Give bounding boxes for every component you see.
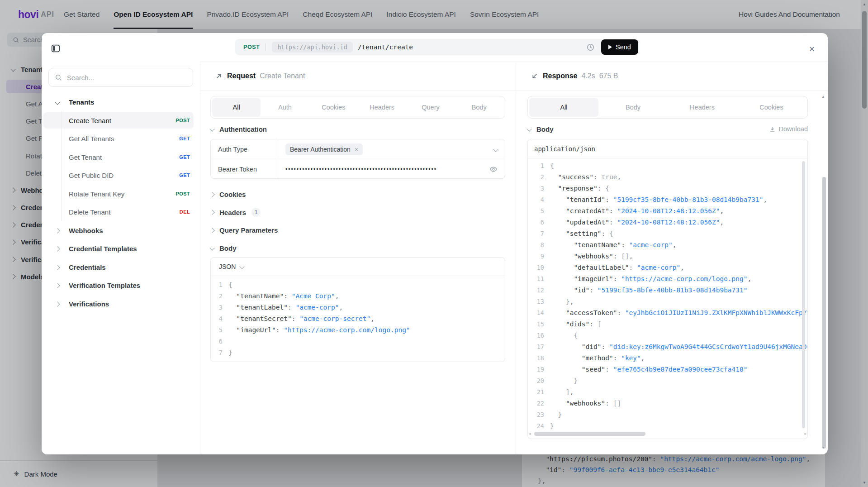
code-tokens: "defaultLabel": "acme-corp",	[550, 262, 684, 273]
base-url-chip[interactable]: https://api.hovi.id	[272, 42, 352, 53]
history-button[interactable]	[586, 43, 595, 52]
endpoint-search-input[interactable]	[66, 73, 176, 82]
code-tokens: "tenantName": "Acme Corp",	[228, 291, 339, 302]
endpoint-webhooks[interactable]: Webhooks	[42, 221, 200, 240]
request-body-code[interactable]: 1{2 "tenantName": "Acme Corp",3 "tenantL…	[211, 276, 505, 358]
request-title: Request	[227, 72, 256, 80]
endpoint-tenants[interactable]: Tenants	[42, 93, 200, 111]
code-tokens: }	[550, 409, 562, 420]
response-tab-cookies[interactable]: Cookies	[737, 98, 806, 117]
endpoint-group-label: Verifications	[69, 300, 109, 307]
sidebar-divider	[200, 62, 200, 454]
section-cookies[interactable]: Cookies	[210, 186, 505, 204]
chevron-down-icon[interactable]	[493, 147, 498, 152]
chevron-right-icon	[209, 228, 214, 233]
response-body-section: Body Download	[527, 122, 808, 136]
request-tab-all[interactable]: All	[212, 98, 261, 117]
response-tabs: AllBodyHeadersCookies	[527, 96, 808, 119]
play-icon	[608, 45, 612, 49]
endpoint-get-all-tenants[interactable]: Get All TenantsGET	[42, 129, 200, 148]
request-tab-auth[interactable]: Auth	[261, 98, 309, 117]
line-number: 3	[214, 302, 223, 313]
endpoint-verification-templates[interactable]: Verification Templates	[42, 276, 200, 295]
response-tab-body[interactable]: Body	[598, 98, 668, 117]
url-divider	[266, 43, 266, 51]
bearer-token-label: Bearer Token	[211, 159, 278, 179]
code-tokens: "webhooks": []	[550, 398, 621, 409]
request-tab-body[interactable]: Body	[455, 98, 503, 117]
endpoint-credential-templates[interactable]: Credential Templates	[42, 239, 200, 258]
response-body-label: Body	[536, 125, 554, 133]
request-tab-query[interactable]: Query	[406, 98, 455, 117]
authentication-section-header[interactable]: Authentication	[210, 122, 505, 136]
endpoint-label: Delete Tenant	[69, 208, 110, 216]
line-number: 13	[532, 296, 544, 307]
line-number: 2	[214, 291, 223, 302]
app-root: hovi API Get StartedOpen ID Ecosystem AP…	[0, 0, 868, 487]
endpoint-label: Get Tenant	[69, 153, 102, 161]
line-number: 6	[532, 217, 544, 228]
remove-chip-icon[interactable]: ×	[355, 146, 358, 153]
content-type-bar: application/json	[528, 139, 807, 158]
code-line: 2 "tenantName": "Acme Corp",	[214, 291, 505, 302]
endpoint-verifications[interactable]: Verifications	[42, 295, 200, 313]
chevron-right-icon	[55, 265, 60, 270]
code-tokens: "createdAt": "2024-10-08T12:48:12.056Z",	[550, 205, 724, 217]
h-scrollbar-thumb[interactable]	[534, 432, 645, 436]
endpoint-get-public-did[interactable]: Get Public DIDGET	[42, 166, 200, 185]
send-button[interactable]: Send	[601, 39, 638, 55]
response-tab-all[interactable]: All	[529, 98, 598, 117]
section-body[interactable]: Body	[210, 239, 505, 258]
response-body-header[interactable]: Body	[527, 122, 808, 136]
toggle-token-visibility-button[interactable]	[489, 165, 498, 173]
response-tab-headers[interactable]: Headers	[668, 98, 737, 117]
scroll-down-icon[interactable]: ▼	[821, 446, 825, 450]
close-modal-button[interactable]: ✕	[807, 44, 817, 54]
sidebar-toggle-button[interactable]	[51, 43, 61, 53]
endpoint-delete-tenant[interactable]: Delete TenantDEL	[42, 203, 200, 221]
line-number: 4	[214, 313, 223, 325]
code-horizontal-scrollbar[interactable]: ◂ ▸	[529, 432, 806, 436]
bearer-token-value[interactable]: ••••••••••••••••••••••••••••••••••••••••…	[285, 166, 437, 172]
endpoint-rotate-tenant-key[interactable]: Rotate Tenant KeyPOST	[42, 185, 200, 203]
url-path-input[interactable]: /tenant/create	[358, 43, 413, 51]
code-tokens: "method": "key",	[550, 353, 645, 364]
endpoint-search[interactable]	[48, 68, 193, 87]
scroll-right-icon[interactable]: ▸	[804, 431, 806, 436]
body-language-select[interactable]: JSON	[211, 258, 505, 276]
section-headers[interactable]: Headers1	[210, 204, 505, 222]
endpoint-create-tenant[interactable]: Create TenantPOST	[42, 111, 200, 130]
request-tab-cookies[interactable]: Cookies	[309, 98, 358, 117]
code-line: 24}	[532, 420, 807, 432]
auth-type-chip[interactable]: Bearer Authentication ×	[285, 143, 363, 155]
endpoint-get-tenant[interactable]: Get TenantGET	[42, 148, 200, 167]
code-tokens: },	[550, 296, 574, 307]
modal-scrollbar[interactable]: ▲ ▼	[822, 95, 826, 450]
method-badge: GET	[179, 172, 190, 178]
response-body-code[interactable]: 1{2 "success": true,3 "response": {4 "te…	[528, 158, 807, 432]
request-tab-headers[interactable]: Headers	[358, 98, 406, 117]
scroll-up-icon[interactable]: ▲	[821, 95, 825, 99]
chevron-down-icon	[55, 100, 60, 105]
code-tokens: "tenantName": "acme-corp",	[550, 239, 676, 251]
line-number: 15	[532, 319, 544, 330]
endpoint-group-label: Webhooks	[69, 226, 103, 234]
code-line: 6 "updatedAt": "2024-10-08T12:48:12.056Z…	[532, 217, 807, 228]
code-vertical-scrollbar[interactable]	[802, 161, 805, 428]
request-url-bar: POST https://api.hovi.id /tenant/create …	[235, 39, 639, 55]
code-tokens: "tenantSecret": "acme-corp-secret",	[228, 313, 375, 325]
request-sections: CookiesHeaders1Query ParametersBody	[210, 186, 505, 257]
code-line: 7 "setting": {	[532, 228, 807, 239]
endpoint-label: Get All Tenants	[69, 135, 114, 143]
scroll-left-icon[interactable]: ◂	[529, 431, 531, 436]
endpoint-credentials[interactable]: Credentials	[42, 258, 200, 277]
line-number: 23	[532, 409, 544, 420]
code-tokens: "webhooks": [],	[550, 251, 633, 262]
code-line: 16 {	[532, 330, 807, 341]
tree-indent-guide	[62, 111, 62, 221]
modal-scrollbar-thumb[interactable]	[822, 177, 826, 449]
section-query-parameters[interactable]: Query Parameters	[210, 221, 505, 239]
code-line: 5 "createdAt": "2024-10-08T12:48:12.056Z…	[532, 205, 807, 217]
line-number: 10	[532, 262, 544, 273]
download-button[interactable]: Download	[769, 122, 808, 136]
